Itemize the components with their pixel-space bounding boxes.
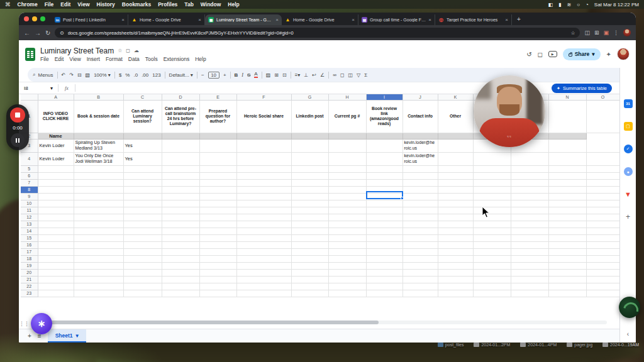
sheets-menu-item[interactable]: Edit bbox=[55, 56, 64, 62]
browser-tab[interactable]: ▲ Home - Google Drive × bbox=[128, 14, 205, 25]
grid-cell[interactable] bbox=[328, 262, 366, 269]
grid-cell[interactable] bbox=[548, 200, 586, 207]
grid-cell[interactable] bbox=[548, 152, 586, 165]
grid-cell[interactable] bbox=[38, 262, 74, 269]
grid-cell[interactable]: Contact info bbox=[402, 100, 438, 133]
insert-comment-icon[interactable]: ◻ bbox=[340, 72, 345, 78]
row-header[interactable]: 22 bbox=[21, 283, 38, 290]
grid-cell[interactable] bbox=[366, 269, 402, 276]
grid-cell[interactable] bbox=[438, 241, 473, 248]
grid-cell[interactable] bbox=[402, 172, 438, 179]
grid-cell[interactable] bbox=[123, 200, 162, 207]
grid-cell[interactable] bbox=[586, 283, 619, 290]
grid-cell[interactable] bbox=[438, 207, 473, 214]
grid-cell[interactable] bbox=[162, 269, 199, 276]
grid-cell[interactable] bbox=[74, 234, 123, 241]
grid-cell[interactable] bbox=[38, 248, 74, 255]
merge-cells-icon[interactable]: ⊡ bbox=[282, 72, 287, 78]
sheet-tab[interactable]: Sheet1 ▾ bbox=[48, 329, 86, 343]
grid-cell[interactable] bbox=[586, 200, 619, 207]
tab-close-icon[interactable]: × bbox=[121, 17, 125, 23]
grid-cell[interactable] bbox=[366, 165, 402, 172]
grid-cell[interactable] bbox=[402, 214, 438, 221]
grid-cell[interactable] bbox=[402, 248, 438, 255]
collapse-panel-icon[interactable]: ‹ bbox=[627, 331, 629, 337]
horizontal-align-icon[interactable]: ≡▾ bbox=[295, 72, 301, 78]
grid-cell[interactable] bbox=[586, 234, 619, 241]
divider[interactable] bbox=[328, 72, 329, 79]
column-header[interactable]: F bbox=[236, 94, 291, 100]
grid-cell[interactable] bbox=[438, 214, 473, 221]
url-input[interactable]: ⊙ docs.google.com/spreadsheets/d/1maibmy… bbox=[55, 28, 580, 38]
grid-cell[interactable] bbox=[402, 234, 438, 241]
grid-cell[interactable] bbox=[291, 248, 328, 255]
grid-cell[interactable] bbox=[548, 290, 586, 297]
divider[interactable] bbox=[114, 72, 115, 79]
grid-cell[interactable] bbox=[328, 241, 366, 248]
grid-cell[interactable] bbox=[328, 200, 366, 207]
grid-cell[interactable] bbox=[236, 241, 291, 248]
grid-cell[interactable] bbox=[74, 262, 123, 269]
grid-cell[interactable] bbox=[586, 193, 619, 200]
grid-cell[interactable] bbox=[511, 193, 548, 200]
display-icon[interactable]: ◧ bbox=[548, 2, 553, 8]
sheets-menu-item[interactable]: Extensions bbox=[164, 56, 190, 62]
grid-cell[interactable] bbox=[291, 186, 328, 193]
borders-icon[interactable]: ⊞ bbox=[274, 72, 279, 78]
grid-cell[interactable] bbox=[328, 172, 366, 179]
grid-cell[interactable] bbox=[438, 165, 473, 172]
share-caret-icon[interactable]: ▾ bbox=[592, 51, 594, 57]
grid-cell[interactable] bbox=[123, 269, 162, 276]
grid-cell[interactable] bbox=[328, 283, 366, 290]
grid-cell[interactable] bbox=[438, 172, 473, 179]
grid-cell[interactable] bbox=[236, 255, 291, 262]
row-header[interactable]: 4 bbox=[21, 152, 38, 165]
grid-cell[interactable] bbox=[236, 165, 291, 172]
grid-cell[interactable] bbox=[366, 179, 402, 186]
column-header[interactable]: I bbox=[366, 94, 402, 100]
grid-cell[interactable] bbox=[38, 290, 74, 297]
grid-cell[interactable] bbox=[199, 221, 236, 228]
column-header[interactable]: N bbox=[548, 94, 586, 100]
grid-cell[interactable] bbox=[586, 172, 619, 179]
grid-cell[interactable] bbox=[162, 234, 199, 241]
move-folder-icon[interactable]: ◻ bbox=[126, 48, 130, 53]
grid-cell[interactable] bbox=[548, 276, 586, 283]
grid-cell[interactable] bbox=[162, 228, 199, 234]
grid-cell[interactable] bbox=[291, 262, 328, 269]
grid-cell[interactable] bbox=[328, 228, 366, 234]
grid-cell[interactable] bbox=[123, 207, 162, 214]
grid-cell[interactable] bbox=[328, 234, 366, 241]
grid-cell[interactable] bbox=[328, 248, 366, 255]
tab-close-icon[interactable]: × bbox=[275, 17, 279, 23]
grid-cell[interactable] bbox=[548, 241, 586, 248]
grid-cell[interactable] bbox=[199, 248, 236, 255]
grid-cell[interactable] bbox=[162, 221, 199, 228]
grid-cell[interactable] bbox=[366, 221, 402, 228]
grid-cell[interactable] bbox=[291, 228, 328, 234]
grid-cell[interactable] bbox=[586, 179, 619, 186]
grid-cell[interactable] bbox=[38, 221, 74, 228]
grid-cell[interactable] bbox=[74, 200, 123, 207]
extension-pinned-icon[interactable]: ▣ bbox=[603, 30, 609, 36]
grid-cell[interactable] bbox=[291, 165, 328, 172]
insert-chart-icon[interactable]: ◫ bbox=[348, 72, 353, 78]
grid-cell[interactable] bbox=[162, 262, 199, 269]
decrease-decimals-icon[interactable]: .0 bbox=[133, 72, 138, 78]
grid-cell[interactable] bbox=[586, 186, 619, 193]
grid-cell[interactable] bbox=[199, 228, 236, 234]
zoom-select[interactable]: 100% ▾ bbox=[94, 72, 111, 78]
grid-cell[interactable] bbox=[199, 179, 236, 186]
menubar-item[interactable]: Profiles bbox=[158, 1, 177, 8]
grid-cell[interactable] bbox=[511, 290, 548, 297]
grid-cell[interactable] bbox=[38, 255, 74, 262]
browser-tab[interactable]: ▤ Group call time - Google For... × bbox=[358, 14, 435, 25]
grid-cell[interactable] bbox=[438, 193, 473, 200]
grid-cell[interactable] bbox=[366, 172, 402, 179]
grid-cell[interactable] bbox=[199, 207, 236, 214]
grid-cell[interactable] bbox=[236, 262, 291, 269]
grid-cell[interactable]: Yes bbox=[123, 139, 162, 152]
column-header[interactable]: G bbox=[291, 94, 328, 100]
row-header[interactable]: 21 bbox=[21, 276, 38, 283]
row-header[interactable]: 12 bbox=[21, 214, 38, 221]
